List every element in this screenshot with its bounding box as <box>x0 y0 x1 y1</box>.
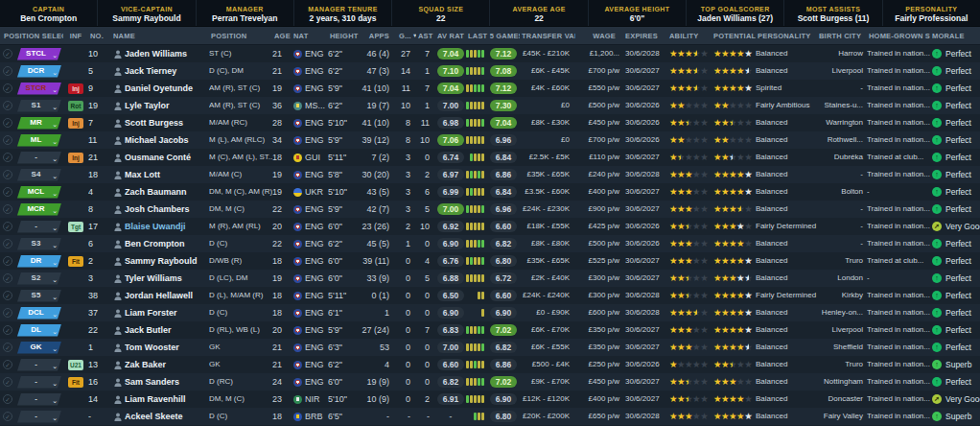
row-select-checkbox[interactable]: ✓ <box>0 343 15 352</box>
player-name[interactable]: Michael Jacobs <box>125 131 209 149</box>
player-name[interactable]: Scott Burgess <box>125 114 209 131</box>
player-name[interactable]: Ousmane Conté <box>125 149 209 166</box>
position-selected-badge[interactable]: STCR ⌄ <box>17 83 61 95</box>
player-name[interactable]: Jaden Williams <box>125 45 209 62</box>
position-selected-badge[interactable]: GK ⌄ <box>17 342 61 354</box>
header-goals[interactable]: G...▼ <box>397 32 416 40</box>
player-name[interactable]: Daniel Oyetunde <box>125 80 209 97</box>
row-select-checkbox[interactable]: ✓ <box>0 360 15 369</box>
header-inf[interactable]: INF <box>63 32 88 40</box>
player-name[interactable]: Max Lott <box>125 166 209 183</box>
position-selected-badge[interactable]: DR ⌄ <box>17 255 61 268</box>
player-name[interactable]: Sam Sanders <box>125 373 209 390</box>
player-name[interactable]: Ackeel Skeete <box>125 408 209 425</box>
position-selected-badge[interactable]: STCL ⌄ <box>17 48 61 60</box>
header-home-grown-status[interactable]: HOME-GROWN STATUS <box>867 32 930 40</box>
player-name[interactable]: Zak Baker <box>125 356 209 373</box>
position-selected-badge[interactable]: MR ⌄ <box>17 117 61 130</box>
position-selected-badge[interactable]: DCR ⌄ <box>17 65 61 78</box>
inf-badge[interactable]: Tgt <box>68 222 83 232</box>
inf-badge[interactable]: Rot <box>68 101 83 111</box>
player-name[interactable]: Tom Wooster <box>125 339 209 356</box>
header-morale[interactable]: MORALE <box>930 32 980 40</box>
table-row[interactable]: ✓ - ⌄ Fit 16 Sam Sanders D (RC) 24 ENG 6… <box>0 373 980 390</box>
table-row[interactable]: ✓ DCL ⌄ 37 Liam Forster D (C) 18 ENG 6'1… <box>0 304 980 321</box>
row-select-checkbox[interactable]: ✓ <box>0 66 15 76</box>
table-row[interactable]: ✓ DCR ⌄ 5 Jack Tierney D (C), DM 21 ENG … <box>0 62 980 80</box>
row-select-checkbox[interactable]: ✓ <box>0 412 15 421</box>
table-row[interactable]: ✓ S4 ⌄ 18 Max Lott M/AM (C) 19 ENG 5'8" … <box>0 166 980 183</box>
header-ability[interactable]: ABILITY <box>667 32 712 40</box>
table-row[interactable]: ✓ - ⌄ U21 13 Zak Baker GK 21 ENG 6'2" 4 … <box>0 356 980 373</box>
row-select-checkbox[interactable]: ✓ <box>0 153 15 162</box>
header-position[interactable]: POSITION <box>209 32 272 40</box>
player-name[interactable]: Blaise Uwandji <box>125 218 209 235</box>
table-row[interactable]: ✓ - ⌄ Inj 21 Ousmane Conté M (C), AM (L)… <box>0 149 980 166</box>
row-select-checkbox[interactable]: ✓ <box>0 187 15 197</box>
player-name[interactable]: Josh Chambers <box>125 201 209 218</box>
table-row[interactable]: ✓ MCL ⌄ 4 Zach Baumann DM, M (C), AM (R)… <box>0 183 980 201</box>
position-selected-badge[interactable]: - ⌄ <box>17 376 61 389</box>
table-row[interactable]: ✓ STCL ⌄ 10 Jaden Williams ST (C) 21 ENG… <box>0 45 980 62</box>
row-select-checkbox[interactable]: ✓ <box>0 135 15 145</box>
table-row[interactable]: ✓ - ⌄ 14 Liam Ravenhill DM, M (C) 23 NIR… <box>0 390 980 408</box>
position-selected-badge[interactable]: MCL ⌄ <box>17 186 61 199</box>
player-name[interactable]: Tyler Williams <box>125 270 209 287</box>
row-select-checkbox[interactable]: ✓ <box>0 49 15 59</box>
position-selected-badge[interactable]: S5 ⌄ <box>17 290 61 302</box>
position-selected-badge[interactable]: DL ⌄ <box>17 324 61 337</box>
header-avg-rating[interactable]: AV RAT <box>435 32 466 40</box>
row-select-checkbox[interactable]: ✓ <box>0 170 15 179</box>
table-row[interactable]: ✓ S3 ⌄ 6 Ben Crompton D (C) 22 ENG 6'2" … <box>0 235 980 252</box>
position-selected-badge[interactable]: S2 ⌄ <box>17 272 61 285</box>
player-name[interactable]: Jack Butler <box>125 321 209 339</box>
position-selected-badge[interactable]: - ⌄ <box>17 221 61 233</box>
position-selected-badge[interactable]: - ⌄ <box>17 393 61 406</box>
table-row[interactable]: ✓ MCR ⌄ 8 Josh Chambers DM, M (C) 22 ENG… <box>0 201 980 218</box>
table-row[interactable]: ✓ MR ⌄ Inj 7 Scott Burgess M/AM (RC) 28 … <box>0 114 980 131</box>
player-name[interactable]: Zach Baumann <box>125 183 209 201</box>
inf-badge[interactable]: Fit <box>68 377 83 388</box>
inf-badge[interactable]: Inj <box>68 83 83 94</box>
header-birth-city[interactable]: BIRTH CITY <box>817 32 867 40</box>
position-selected-badge[interactable]: ML ⌄ <box>17 134 61 147</box>
position-selected-badge[interactable]: MCR ⌄ <box>17 203 61 216</box>
header-height[interactable]: HEIGHT <box>328 32 361 40</box>
player-name[interactable]: Lyle Taylor <box>125 97 209 114</box>
header-expires[interactable]: EXPIRES <box>623 32 667 40</box>
header-age[interactable]: AGE <box>272 32 292 40</box>
position-selected-badge[interactable]: - ⌄ <box>17 152 61 164</box>
table-row[interactable]: ✓ DL ⌄ 22 Jack Butler D (RL), WB (L) 20 … <box>0 321 980 339</box>
header-wage[interactable]: WAGE <box>575 32 623 40</box>
position-selected-badge[interactable]: S4 ⌄ <box>17 169 61 181</box>
table-row[interactable]: ✓ S5 ⌄ 38 Jordan Hellawell D (L), M/AM (… <box>0 287 980 304</box>
player-name[interactable]: Ben Crompton <box>125 235 209 252</box>
row-select-checkbox[interactable]: ✓ <box>0 204 15 214</box>
inf-badge[interactable]: U21 <box>68 360 83 370</box>
table-row[interactable]: ✓ STCR ⌄ Inj 9 Daniel Oyetunde AM (R), S… <box>0 80 980 97</box>
table-row[interactable]: ✓ - ⌄ - Ackeel Skeete D (C) 18 BRB 6'5" … <box>0 408 980 425</box>
row-select-checkbox[interactable]: ✓ <box>0 308 15 318</box>
header-position-selected[interactable]: POSITION SELECTED <box>0 32 63 40</box>
header-number[interactable]: NO. <box>88 32 111 40</box>
player-name[interactable]: Jordan Hellawell <box>125 287 209 304</box>
header-personality[interactable]: PERSONALITY <box>756 32 817 40</box>
table-row[interactable]: ✓ DR ⌄ Fit 2 Sammy Raybould D/WB (R) 18 … <box>0 252 980 270</box>
position-selected-badge[interactable]: S1 ⌄ <box>17 100 61 112</box>
table-row[interactable]: ✓ - ⌄ Tgt 17 Blaise Uwandji M (R), AM (R… <box>0 218 980 235</box>
player-name[interactable]: Liam Ravenhill <box>125 390 209 408</box>
row-select-checkbox[interactable]: ✓ <box>0 377 15 387</box>
header-last5-games[interactable]: LAST 5 GAMES <box>466 32 520 40</box>
position-selected-badge[interactable]: - ⌄ <box>17 411 61 423</box>
player-name[interactable]: Liam Forster <box>125 304 209 321</box>
position-selected-badge[interactable]: S3 ⌄ <box>17 238 61 250</box>
header-nat[interactable]: NAT <box>292 32 328 40</box>
inf-badge[interactable]: Inj <box>68 153 83 163</box>
row-select-checkbox[interactable]: ✓ <box>0 291 15 300</box>
table-row[interactable]: ✓ GK ⌄ 1 Tom Wooster GK 21 ENG 6'3" 53 0… <box>0 339 980 356</box>
header-transfer-value[interactable]: TRANSFER VALUE <box>520 32 575 40</box>
player-name[interactable]: Jack Tierney <box>125 62 209 80</box>
inf-badge[interactable]: Fit <box>68 256 83 267</box>
row-select-checkbox[interactable]: ✓ <box>0 222 15 231</box>
row-select-checkbox[interactable]: ✓ <box>0 239 15 248</box>
